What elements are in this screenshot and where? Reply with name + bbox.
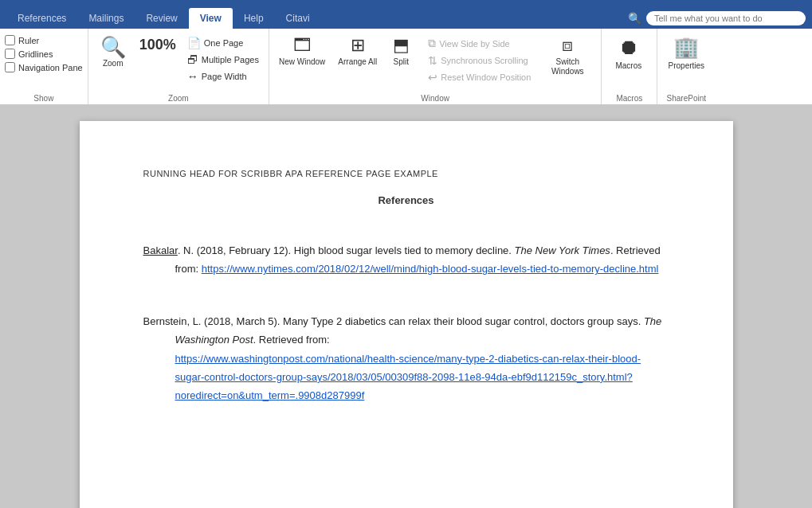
synchronous-scrolling-icon: ⇅: [428, 54, 437, 67]
view-side-by-side-icon: ⧉: [428, 37, 436, 50]
ribbon-content: Ruler Gridlines Navigation Pane Show 🔍 Z…: [0, 29, 812, 105]
navigation-pane-label: Navigation Pane: [18, 63, 83, 72]
zoom-icon: 🔍: [100, 37, 126, 57]
page-width-label: Page Width: [202, 72, 247, 81]
show-group-label: Show: [0, 94, 88, 103]
navigation-pane-checkbox[interactable]: Navigation Pane: [5, 62, 83, 72]
page-width-button[interactable]: ↔ Page Width: [182, 68, 264, 84]
ref1-author: Bakalar: [143, 244, 178, 256]
tab-mailings[interactable]: Mailings: [77, 8, 135, 29]
window-btn-col2: ⊞ Arrange All: [333, 32, 382, 70]
reset-window-position-icon: ↩: [428, 71, 437, 84]
document-area: RUNNING HEAD FOR SCRIBBR APA REFERENCE P…: [0, 105, 812, 508]
reference-entry-2: Bernstein, L. (2018, March 5). Many Type…: [175, 312, 669, 405]
split-icon: ⬒: [393, 35, 410, 56]
tab-citavi[interactable]: Citavi: [275, 8, 321, 29]
new-window-button[interactable]: 🗔 New Window: [274, 32, 330, 70]
sharepoint-group-items: 🏢 Properties: [662, 32, 710, 103]
macros-group: ⏺ Macros Macros: [602, 29, 657, 104]
ruler-label: Ruler: [18, 36, 39, 45]
macros-icon: ⏺: [618, 35, 639, 60]
switch-windows-icon: ⧈: [562, 35, 573, 56]
arrange-all-button[interactable]: ⊞ Arrange All: [333, 32, 382, 70]
window-btn-col1: 🗔 New Window: [274, 32, 330, 70]
gridlines-checkbox[interactable]: Gridlines: [5, 49, 83, 59]
new-window-label: New Window: [279, 57, 325, 67]
multiple-pages-label: Multiple Pages: [202, 55, 259, 64]
tab-help[interactable]: Help: [233, 8, 275, 29]
view-side-by-side-label: View Side by Side: [439, 39, 509, 49]
show-checkboxes: Ruler Gridlines Navigation Pane: [5, 32, 83, 84]
show-group-items: Ruler Gridlines Navigation Pane: [5, 32, 83, 103]
window-btn-col3: ⬒ Split: [385, 32, 417, 70]
document-header: RUNNING HEAD FOR SCRIBBR APA REFERENCE P…: [143, 169, 669, 178]
tab-review[interactable]: Review: [135, 8, 188, 29]
multiple-pages-button[interactable]: 🗗 Multiple Pages: [182, 52, 264, 68]
one-page-label: One Page: [204, 38, 244, 48]
zoom-percent-value: 100%: [139, 37, 176, 54]
ref2-link[interactable]: https://www.washingtonpost.com/national/…: [175, 353, 641, 402]
synchronous-scrolling-label: Synchronous Scrolling: [441, 56, 528, 65]
zoom-button[interactable]: 🔍 Zoom: [93, 32, 133, 72]
split-label: Split: [393, 57, 408, 67]
view-side-by-side-button[interactable]: ⧉ View Side by Side: [423, 35, 535, 52]
macros-group-items: ⏺ Macros: [606, 32, 650, 103]
one-page-button[interactable]: 📄 One Page: [182, 35, 264, 51]
document-title: References: [143, 194, 669, 206]
window-stacked: ⧉ View Side by Side ⇅ Synchronous Scroll…: [420, 32, 535, 96]
page-width-icon: ↔: [187, 70, 198, 83]
properties-label: Properties: [669, 61, 705, 71]
gridlines-label: Gridlines: [18, 49, 53, 59]
arrange-all-label: Arrange All: [338, 57, 377, 67]
zoom-group-label: Zoom: [88, 94, 269, 103]
macros-button[interactable]: ⏺ Macros: [606, 32, 650, 74]
sharepoint-group-label: SharePoint: [657, 94, 715, 103]
document-page: RUNNING HEAD FOR SCRIBBR APA REFERENCE P…: [80, 121, 733, 508]
zoom-stacked: 📄 One Page 🗗 Multiple Pages ↔ Page Width: [182, 32, 264, 96]
switch-windows-label: Switch Windows: [543, 57, 591, 76]
tab-references[interactable]: References: [6, 8, 77, 29]
tab-bar: References Mailings Review View Help Cit…: [0, 0, 812, 29]
reset-window-position-label: Reset Window Position: [441, 72, 531, 82]
split-button[interactable]: ⬒ Split: [385, 32, 417, 70]
synchronous-scrolling-button[interactable]: ⇅ Synchronous Scrolling: [423, 53, 535, 68]
multiple-pages-icon: 🗗: [187, 53, 198, 66]
show-group: Ruler Gridlines Navigation Pane Show: [0, 29, 88, 104]
zoom-group: 🔍 Zoom 100% 📄 One Page 🗗 Multiple Pages: [88, 29, 269, 104]
one-page-icon: 📄: [187, 37, 201, 49]
window-group: 🗔 New Window ⊞ Arrange All ⬒ Split ⧉: [269, 29, 602, 104]
switch-windows-button[interactable]: ⧈ Switch Windows: [539, 32, 596, 80]
ruler-checkbox[interactable]: Ruler: [5, 35, 83, 45]
reference-entry-1: Bakalar. N. (2018, February 12). High bl…: [175, 241, 669, 279]
zoom-label: Zoom: [103, 59, 124, 68]
window-group-label: Window: [269, 94, 601, 103]
ref2-author: Bernstein, L. (2018, March 5). Many Type…: [143, 315, 662, 346]
properties-button[interactable]: 🏢 Properties: [662, 32, 710, 74]
macros-group-label: Macros: [602, 94, 657, 103]
search-input[interactable]: [646, 11, 806, 25]
reset-window-position-button[interactable]: ↩ Reset Window Position: [423, 69, 535, 85]
macros-label: Macros: [615, 61, 641, 71]
ribbon-bar: References Mailings Review View Help Cit…: [0, 0, 812, 29]
ref1-link[interactable]: https://www.nytimes.com/2018/02/12/well/…: [202, 263, 659, 275]
zoom-percent-button[interactable]: 100%: [135, 32, 181, 67]
tab-view[interactable]: View: [189, 8, 233, 29]
properties-icon: 🏢: [673, 35, 699, 60]
switch-windows-col: ⧈ Switch Windows: [539, 32, 596, 80]
new-window-icon: 🗔: [293, 35, 311, 56]
arrange-all-icon: ⊞: [351, 35, 365, 56]
sharepoint-group: 🏢 Properties SharePoint: [657, 29, 715, 104]
